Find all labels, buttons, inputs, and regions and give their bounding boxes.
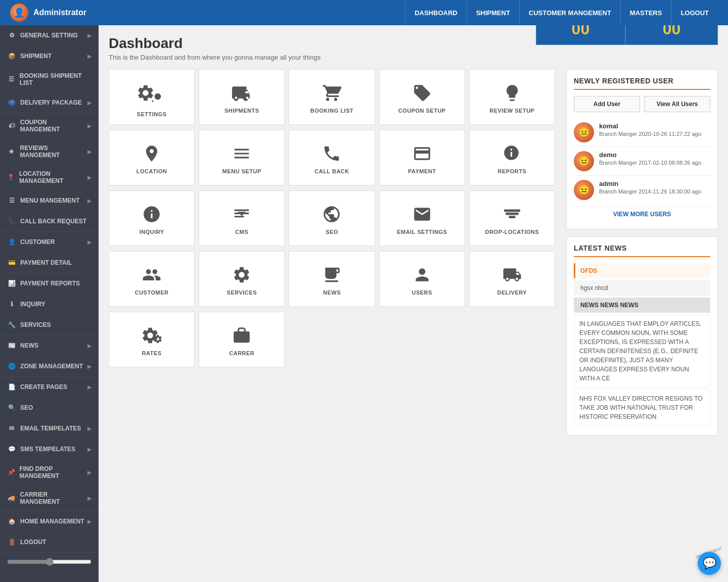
sidebar-item-3[interactable]: 📫 DELIVERY PACKAGE ▶	[0, 92, 99, 113]
page-subtitle: This is the Dashboard and from where you…	[109, 54, 321, 61]
sidebar-item-10[interactable]: 💳 PAYMENT DETAIL	[0, 253, 99, 273]
news-item-4[interactable]: NHS FOX VALLEY DIRECTOR RESIGNS TO TAKE …	[574, 390, 710, 426]
grid-card-carrer[interactable]: CARRER	[199, 312, 285, 367]
grid-card-menu-setup[interactable]: MENU SETUP	[199, 130, 285, 185]
user-role-1: Branch Manger 2017-02-10 08:08:26 ago	[599, 160, 701, 166]
news-item-0[interactable]: GFDS	[574, 263, 710, 278]
grid-card-payment[interactable]: PAYMENT	[379, 130, 465, 185]
grid-card-location[interactable]: LOCATION	[109, 130, 195, 185]
sidebar-item-13[interactable]: 🔧 SERVICES	[0, 315, 99, 335]
sidebar-icon-15: 🌐	[7, 362, 16, 371]
sidebar-icon-18: ✉	[7, 424, 16, 433]
grid-card-review-setup[interactable]: REVIEW SETUP	[469, 69, 555, 125]
sidebar-item-21[interactable]: 🚚 CARRIER MANGEMENT ▶	[0, 486, 99, 511]
sidebar-arrow-3: ▶	[87, 100, 92, 106]
nav-dashboard[interactable]: DASHBOARD	[405, 0, 467, 25]
user-entry-1: 😐 demo Branch Manger 2017-02-10 08:08:26…	[574, 147, 710, 176]
sidebar-item-19[interactable]: 💬 SMS TEMPELATES ▶	[0, 439, 99, 460]
sidebar-label-20: FIND DROP MANGEMENT	[19, 465, 87, 479]
grid-card-news[interactable]: NEWS	[289, 251, 375, 307]
sidebar-label-21: CARRIER MANGEMENT	[20, 491, 87, 505]
add-user-button[interactable]: Add User	[574, 96, 640, 112]
sidebar-item-16[interactable]: 📄 CREATE PAGES ▶	[0, 377, 99, 398]
sidebar-item-2[interactable]: ☰ BOOKING SHIPMENT LIST	[0, 67, 99, 92]
grid-card-customer[interactable]: CUSTOMER	[109, 251, 195, 307]
sidebar-item-7[interactable]: ☰ MENU MANGEMENT ▶	[0, 190, 99, 211]
card-label-4: REPORTS	[498, 168, 527, 174]
grid-card-services[interactable]: SERVICES	[199, 251, 285, 307]
main-content: Dashboard This is the Dashboard and from…	[99, 25, 728, 582]
grid-card-email-settings[interactable]: EMAIL SETTINGS	[379, 190, 465, 246]
grid-card-cms[interactable]: CMS	[199, 190, 285, 246]
grid-card-users[interactable]: USERS	[379, 251, 465, 307]
sidebar-item-6[interactable]: 📍 LOCATION MANAGEMENT ▶	[0, 165, 99, 190]
sidebar-label-14: NEWS	[20, 342, 38, 349]
sidebar: ⚙ GENERAL SETTING ▶ 📦 SHIPMENT ▶ ☰ BOOKI…	[0, 25, 99, 582]
news-item-2[interactable]: NEWS NEWS NEWS	[574, 298, 710, 313]
nav-masters[interactable]: MASTERS	[620, 0, 671, 25]
card-label-0: CUSTOMER	[135, 289, 169, 296]
sidebar-icon-16: 📄	[7, 382, 16, 392]
sidebar-item-12[interactable]: ℹ INQUIRY	[0, 294, 99, 315]
chat-button[interactable]: 💬	[698, 552, 721, 575]
user-avatar-1: 😐	[574, 151, 594, 171]
view-all-users-button[interactable]: View All Users	[644, 96, 710, 112]
grid-row-0: SETTINGS SHIPMENTS BOOKING LIST COUPON S…	[109, 69, 555, 125]
sidebar-item-17[interactable]: 🔍 SEO	[0, 398, 99, 418]
sidebar-label-2: BOOKING SHIPMENT LIST	[20, 72, 92, 86]
nav-logout[interactable]: LOGOUT	[671, 0, 718, 25]
sidebar-label-7: MENU MANGEMENT	[20, 197, 79, 204]
grid-card-rates[interactable]: RATES	[109, 312, 195, 367]
card-icon-review	[503, 83, 522, 103]
grid-card-booking-list[interactable]: BOOKING LIST	[289, 69, 375, 125]
sidebar-item-9[interactable]: 👤 CUSTOMER ▶	[0, 232, 99, 253]
sidebar-arrow-16: ▶	[87, 384, 92, 390]
sidebar-item-23[interactable]: 🚪 LOGOUT	[0, 532, 99, 553]
sidebar-item-14[interactable]: 📰 NEWS ▶	[0, 335, 99, 356]
card-label-1: CMS	[235, 229, 248, 235]
grid-card-delivery[interactable]: DELIVERY	[469, 251, 555, 307]
grid-card-shipments[interactable]: SHIPMENTS	[199, 69, 285, 125]
user-avatar-2: 😐	[574, 180, 594, 200]
sidebar-item-4[interactable]: 🏷 COUPON MANGEMENT ▶	[0, 113, 99, 139]
news-item-1[interactable]: hgsx nhcd	[574, 280, 710, 296]
user-role-2: Branch Manger 2014-11-26 18:30:00 ago	[599, 188, 701, 195]
sidebar-item-8[interactable]: 📞 CALL BACK REQUEST	[0, 211, 99, 232]
sidebar-label-8: CALL BACK REQUEST	[20, 218, 86, 225]
sidebar-item-15[interactable]: 🌐 ZONE MANAGEMENT ▶	[0, 356, 99, 377]
grid-card-inquiry[interactable]: INQUIRY	[109, 190, 195, 246]
nav-customer-management[interactable]: CUSTOMER MANGEMENT	[519, 0, 620, 25]
news-item-3[interactable]: IN LANGUAGES THAT EMPLOY ARTICLES, EVERY…	[574, 315, 710, 387]
sidebar-arrow-18: ▶	[87, 426, 92, 431]
sidebar-label-1: SHIPMENT	[20, 53, 52, 60]
nav-shipment[interactable]: SHIPMENT	[467, 0, 519, 25]
sidebar-item-0[interactable]: ⚙ GENERAL SETTING ▶	[0, 25, 99, 46]
sidebar-icon-0: ⚙	[7, 31, 16, 40]
card-label-4: DELIVERY	[497, 289, 527, 296]
sidebar-item-22[interactable]: 🏠 HOME MANAGEMENT ▶	[0, 511, 99, 532]
sidebar-icon-14: 📰	[7, 341, 16, 350]
sidebar-range-input[interactable]	[7, 558, 92, 566]
grid-card-drop-locations[interactable]: DROP-LOCATIONS	[469, 190, 555, 246]
sidebar-item-1[interactable]: 📦 SHIPMENT ▶	[0, 46, 99, 67]
sidebar-item-5[interactable]: ★ REVIEWS MANGEMENT ▶	[0, 139, 99, 165]
grid-card-reports[interactable]: REPORTS	[469, 130, 555, 185]
user-avatar-0: 😐	[574, 122, 594, 142]
sidebar-label-9: CUSTOMER	[20, 238, 55, 246]
grid-card-coupon-setup[interactable]: COUPON SETUP	[379, 69, 465, 125]
grid-card-seo[interactable]: SEO	[289, 190, 375, 246]
user-name-1: demo	[599, 151, 701, 159]
grid-card-settings[interactable]: SETTINGS	[109, 69, 195, 125]
sidebar-item-20[interactable]: 📌 FIND DROP MANGEMENT ▶	[0, 460, 99, 486]
sidebar-item-11[interactable]: 📊 PAYMENT REPORTS	[0, 273, 99, 294]
dashboard-grid-container: SETTINGS SHIPMENTS BOOKING LIST COUPON S…	[109, 69, 555, 443]
sidebar-icon-13: 🔧	[7, 320, 16, 329]
sidebar-label-12: INQUIRY	[20, 301, 46, 308]
view-more-users[interactable]: VIEW MORE USERS	[574, 206, 710, 222]
grid-card-call-back[interactable]: CALL BACK	[289, 130, 375, 185]
sidebar-label-6: LOCATION MANAGEMENT	[19, 170, 87, 184]
sidebar-item-18[interactable]: ✉ EMAIL TEMPELATES ▶	[0, 418, 99, 439]
sidebar-arrow-21: ▶	[87, 496, 92, 501]
card-label-3: PAYMENT	[408, 168, 436, 174]
card-label-2: CALL BACK	[314, 168, 349, 174]
